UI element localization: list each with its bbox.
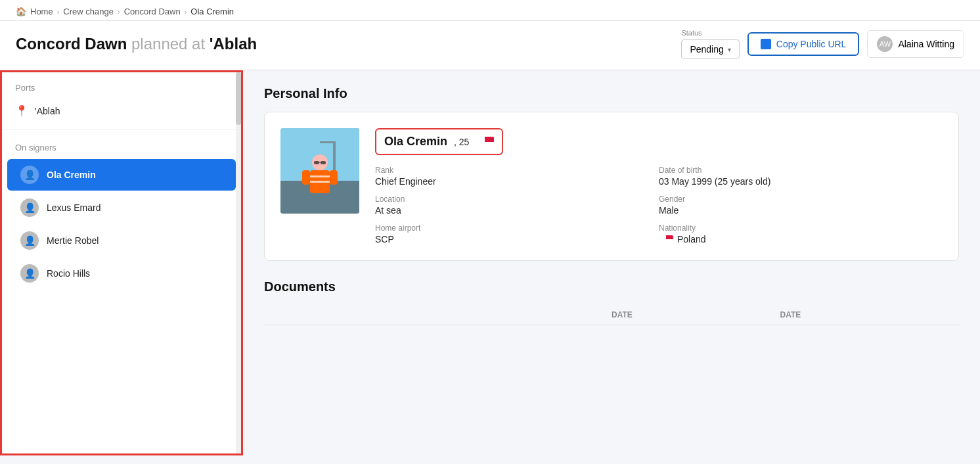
sidebar-divider xyxy=(2,129,241,129)
rank-label: Rank xyxy=(375,166,659,175)
location-icon: 📍 xyxy=(15,104,28,117)
signer-item[interactable]: 👤Mertie Robel xyxy=(7,225,236,256)
status-label: Status xyxy=(681,29,702,37)
page-header: Concord Dawn planned at 'Ablah Status Pe… xyxy=(0,21,980,70)
documents-section: Documents DATE DATE xyxy=(264,279,959,325)
personal-info-card: Ola Cremin , 25 Rank Chief Engineer Date… xyxy=(264,112,959,261)
location-block: Location At sea xyxy=(375,195,659,216)
copy-url-label: Copy Public URL xyxy=(776,39,847,49)
breadcrumb-crewchange[interactable]: Crew change xyxy=(63,7,114,16)
status-value: Pending xyxy=(690,44,723,55)
dob-value: 03 May 1999 (25 years old) xyxy=(659,176,943,187)
gender-block: Gender Male xyxy=(659,195,943,216)
sidebar: Ports 📍 'Ablah On signers 👤Ola Cremin👤Le… xyxy=(0,70,243,455)
person-name: Ola Cremin xyxy=(384,135,447,149)
breadcrumb-person: Ola Cremin xyxy=(190,7,234,16)
signer-icon: 👤 xyxy=(20,264,39,283)
user-name: Alaina Witting xyxy=(898,39,954,49)
doc-col-date1: DATE xyxy=(612,310,780,319)
airport-label: Home airport xyxy=(375,223,659,233)
age: , 25 xyxy=(454,137,469,147)
doc-col-name xyxy=(275,310,612,319)
ports-label: Ports xyxy=(2,72,241,98)
signer-name: Lexus Emard xyxy=(47,202,100,213)
svg-rect-11 xyxy=(302,170,310,185)
signer-name: Ola Cremin xyxy=(47,170,96,180)
chevron-down-icon: ▾ xyxy=(728,46,731,53)
personal-info-title: Personal Info xyxy=(264,86,959,101)
documents-title: Documents xyxy=(264,279,959,294)
info-section: Ola Cremin , 25 Rank Chief Engineer Date… xyxy=(375,128,943,244)
nationality-value: Poland xyxy=(659,234,943,244)
info-grid: Rank Chief Engineer Date of birth 03 May… xyxy=(375,166,943,244)
name-badge: Ola Cremin , 25 xyxy=(375,128,503,155)
breadcrumb-vessel[interactable]: Concord Dawn xyxy=(124,7,181,16)
signer-name: Rocio Hills xyxy=(47,268,90,279)
signer-name: Mertie Robel xyxy=(47,235,99,246)
poland-flag xyxy=(476,137,494,147)
svg-rect-12 xyxy=(330,170,338,185)
home-icon: 🏠 xyxy=(16,7,26,16)
on-signers-label: On signers xyxy=(2,135,241,158)
airport-value: SCP xyxy=(375,234,659,244)
nationality-flag xyxy=(659,235,673,244)
location-value: At sea xyxy=(375,205,659,216)
signer-item[interactable]: 👤Rocio Hills xyxy=(7,258,236,289)
page-title: Concord Dawn planned at 'Ablah xyxy=(16,35,257,53)
signer-icon: 👤 xyxy=(20,166,39,184)
airport-block: Home airport SCP xyxy=(375,223,659,244)
signers-list: 👤Ola Cremin👤Lexus Emard👤Mertie Robel👤Roc… xyxy=(2,159,241,289)
header-right: Status Pending ▾ Copy Public URL AW Alai… xyxy=(681,29,964,59)
signer-icon: 👤 xyxy=(20,198,39,217)
rank-block: Rank Chief Engineer xyxy=(375,166,659,187)
breadcrumb-sep-3: › xyxy=(185,8,187,16)
breadcrumb-home[interactable]: Home xyxy=(30,7,53,16)
breadcrumb: 🏠 Home › Crew change › Concord Dawn › Ol… xyxy=(16,0,964,20)
main-content: Personal Info xyxy=(243,70,980,455)
signer-item[interactable]: 👤Lexus Emard xyxy=(7,192,236,223)
doc-col-date2: DATE xyxy=(780,310,949,319)
status-group: Status Pending ▾ xyxy=(681,29,739,59)
svg-rect-9 xyxy=(310,175,330,177)
main-layout: Ports 📍 'Ablah On signers 👤Ola Cremin👤Le… xyxy=(0,70,980,455)
copy-icon xyxy=(761,39,771,49)
dob-label: Date of birth xyxy=(659,166,943,175)
location-label: Location xyxy=(375,195,659,204)
svg-rect-6 xyxy=(321,161,326,164)
svg-rect-5 xyxy=(314,161,319,164)
dob-block: Date of birth 03 May 1999 (25 years old) xyxy=(659,166,943,187)
signer-icon: 👤 xyxy=(20,231,39,250)
copy-public-url-button[interactable]: Copy Public URL xyxy=(747,32,860,56)
rank-value: Chief Engineer xyxy=(375,176,659,187)
profile-photo xyxy=(280,128,359,214)
signer-item[interactable]: 👤Ola Cremin xyxy=(7,159,236,191)
svg-rect-10 xyxy=(310,181,330,183)
nationality-block: Nationality Poland xyxy=(659,223,943,244)
gender-label: Gender xyxy=(659,195,943,204)
svg-rect-3 xyxy=(320,141,336,143)
breadcrumb-sep-2: › xyxy=(118,8,120,16)
avatar: AW xyxy=(877,36,893,52)
breadcrumb-sep-1: › xyxy=(57,8,60,16)
port-name: 'Ablah xyxy=(35,106,60,116)
user-menu-button[interactable]: AW Alaina Witting xyxy=(867,30,964,58)
status-dropdown[interactable]: Pending ▾ xyxy=(681,39,739,59)
nationality-label: Nationality xyxy=(659,223,943,233)
documents-table-header: DATE DATE xyxy=(264,305,959,325)
port-item[interactable]: 📍 'Ablah xyxy=(2,98,241,124)
gender-value: Male xyxy=(659,205,943,216)
